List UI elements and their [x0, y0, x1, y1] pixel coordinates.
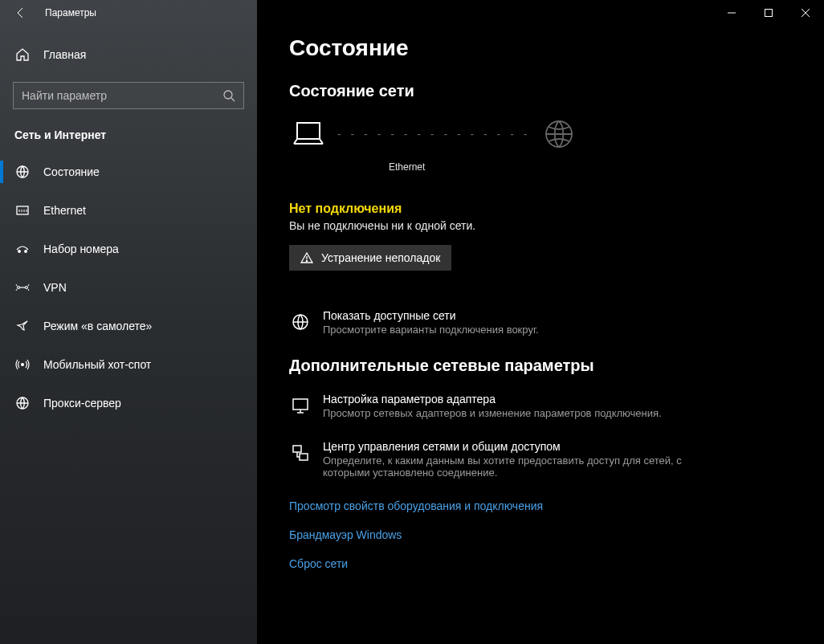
svg-point-18 — [306, 260, 307, 261]
show-networks-desc: Просмотрите варианты подключения вокруг. — [323, 324, 539, 336]
svg-point-10 — [18, 287, 20, 289]
proxy-icon — [14, 395, 31, 411]
minimize-button[interactable] — [713, 0, 750, 26]
sharing-icon — [289, 442, 312, 464]
vpn-icon — [14, 279, 31, 296]
svg-line-5 — [231, 98, 235, 101]
globe-small-icon — [289, 311, 312, 333]
maximize-button[interactable] — [750, 0, 787, 26]
sharing-center-row[interactable]: Центр управления сетями и общим доступом… — [289, 440, 792, 479]
sidebar-item-vpn[interactable]: VPN — [0, 268, 257, 307]
svg-rect-20 — [293, 399, 308, 410]
sidebar-item-proxy[interactable]: Прокси-сервер — [0, 384, 257, 422]
connection-line: - - - - - - - - - - - - - - - — [328, 128, 540, 141]
sidebar-item-label: Прокси-сервер — [43, 397, 121, 410]
adapter-title: Настройка параметров адаптера — [323, 393, 662, 406]
status-icon — [14, 164, 31, 180]
sidebar-item-label: Ethernet — [43, 204, 86, 217]
search-box[interactable] — [13, 82, 244, 109]
sidebar-item-label: Набор номера — [43, 243, 119, 255]
svg-point-13 — [22, 364, 24, 366]
category-label: Сеть и Интернет — [0, 124, 257, 153]
show-networks-row[interactable]: Показать доступные сети Просмотрите вари… — [289, 309, 792, 336]
ethernet-icon — [14, 202, 31, 218]
back-button[interactable] — [3, 0, 39, 26]
svg-rect-15 — [297, 123, 320, 139]
home-icon — [14, 47, 31, 63]
dialup-icon — [14, 241, 31, 257]
sidebar-item-label: VPN — [43, 281, 67, 294]
page-title: Состояние — [289, 35, 792, 61]
no-connection-title: Нет подключения — [289, 202, 792, 216]
sidebar-item-status[interactable]: Состояние — [0, 153, 257, 191]
no-connection-desc: Вы не подключены ни к одной сети. — [289, 219, 792, 232]
sidebar-item-label: Мобильный хот-спот — [43, 358, 151, 371]
link-firewall[interactable]: Брандмауэр Windows — [289, 528, 792, 541]
diagram-label: Ethernet — [389, 161, 792, 173]
sidebar-item-label: Состояние — [43, 165, 100, 178]
svg-point-9 — [25, 251, 27, 253]
svg-point-4 — [224, 91, 232, 99]
svg-rect-24 — [300, 454, 308, 460]
sidebar: Главная Сеть и Интернет Состояние Ethern… — [0, 0, 257, 644]
troubleshoot-label: Устранение неполадок — [321, 251, 440, 264]
svg-point-11 — [26, 287, 28, 289]
airplane-icon — [14, 318, 31, 334]
search-input[interactable] — [22, 89, 222, 102]
svg-point-8 — [18, 251, 21, 253]
hotspot-icon — [14, 357, 31, 373]
sidebar-item-label: Режим «в самолете» — [43, 320, 152, 332]
network-diagram: - - - - - - - - - - - - - - - — [289, 115, 792, 153]
laptop-icon — [289, 115, 328, 153]
show-networks-title: Показать доступные сети — [323, 309, 539, 322]
link-reset[interactable]: Сброс сети — [289, 557, 792, 570]
svg-rect-1 — [765, 10, 773, 17]
main-content: Состояние Состояние сети - - - - - - - -… — [257, 0, 824, 644]
sidebar-item-hotspot[interactable]: Мобильный хот-спот — [0, 345, 257, 384]
sidebar-item-ethernet[interactable]: Ethernet — [0, 191, 257, 230]
warning-icon — [300, 251, 313, 264]
search-icon — [222, 89, 235, 102]
section-status-heading: Состояние сети — [289, 82, 792, 100]
sharing-title: Центр управления сетями и общим доступом — [323, 440, 692, 453]
adapter-settings-row[interactable]: Настройка параметров адаптера Просмотр с… — [289, 393, 792, 419]
svg-rect-23 — [293, 446, 301, 452]
link-hardware-properties[interactable]: Просмотр свойств оборудования и подключе… — [289, 499, 792, 512]
troubleshoot-button[interactable]: Устранение неполадок — [289, 245, 451, 271]
sidebar-item-airplane[interactable]: Режим «в самолете» — [0, 307, 257, 345]
globe-icon — [540, 115, 578, 153]
adapter-desc: Просмотр сетевых адаптеров и изменение п… — [323, 407, 662, 419]
home-label: Главная — [43, 48, 86, 61]
titlebar: Параметры — [0, 0, 824, 26]
window-title: Параметры — [39, 7, 96, 18]
home-button[interactable]: Главная — [0, 39, 257, 71]
close-button[interactable] — [787, 0, 824, 26]
sidebar-item-dialup[interactable]: Набор номера — [0, 230, 257, 268]
sharing-desc: Определите, к каким данным вы хотите пре… — [323, 454, 692, 479]
adapter-icon — [289, 394, 312, 417]
advanced-heading: Дополнительные сетевые параметры — [289, 357, 792, 375]
